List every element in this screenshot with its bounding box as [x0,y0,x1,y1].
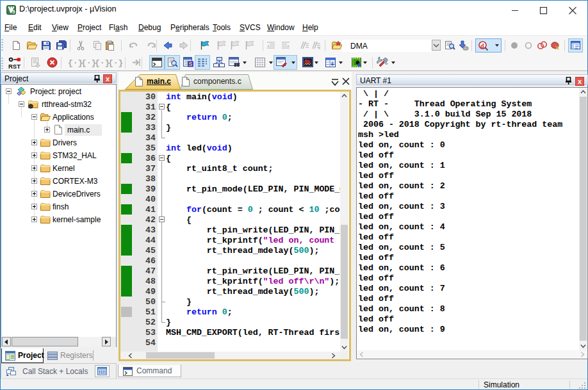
svg-text:d: d [480,42,484,49]
svg-text:RST: RST [8,63,20,69]
svg-text:5: 5 [12,9,15,15]
svg-text:S: S [189,61,193,67]
